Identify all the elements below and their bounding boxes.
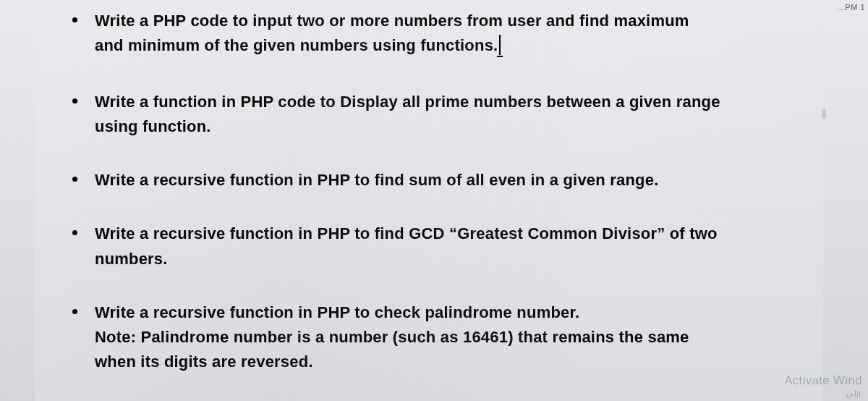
list-item-text[interactable]: Write a recursive function in PHP to che… [95,300,722,374]
bullet-icon [72,230,77,235]
item-main-text: Write a recursive function in PHP to che… [95,303,579,321]
bullet-icon [72,177,77,182]
bullet-list: Write a PHP code to input two or more nu… [35,9,823,374]
item-main-text: Write a recursive function in PHP to fin… [95,171,658,189]
item-main-text: Write a PHP code to input two or more nu… [95,12,689,54]
item-main-text: Write a function in PHP code to Display … [95,93,720,135]
item-note-text: Note: Palindrome number is a number (suc… [95,325,722,374]
list-item: Write a function in PHP code to Display … [72,90,722,139]
list-item-text[interactable]: Write a recursive function in PHP to fin… [95,221,722,271]
bullet-icon [72,309,77,314]
list-item-text[interactable]: Write a function in PHP code to Display … [95,90,722,139]
text-cursor-icon [499,35,501,55]
list-item: Write a recursive function in PHP to che… [72,300,722,374]
activate-windows-watermark: Activate Wind [784,373,862,388]
list-item: Write a PHP code to input two or more nu… [72,9,722,58]
scrollbar-thumb[interactable] [822,109,826,119]
document-surface: Write a PHP code to input two or more nu… [35,0,823,401]
list-item-text[interactable]: Write a PHP code to input two or more nu… [95,9,722,58]
list-item: Write a recursive function in PHP to fin… [72,168,722,193]
item-main-text: Write a recursive function in PHP to fin… [95,224,718,267]
list-item: Write a recursive function in PHP to fin… [72,221,722,271]
bullet-icon [72,98,77,104]
corner-timestamp: ...PM 1 [838,3,865,12]
bullet-icon [72,17,77,22]
list-item-text[interactable]: Write a recursive function in PHP to fin… [95,168,658,193]
bottom-locale-tag: الأحد [845,390,861,400]
